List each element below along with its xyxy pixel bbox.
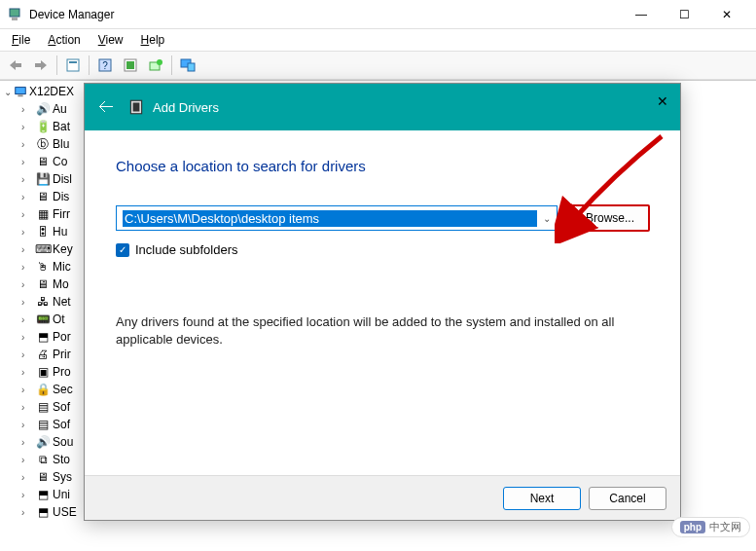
device-category-icon: ⓑ [35,136,51,152]
tree-item-label: Prir [53,348,71,361]
tree-item-label: Firr [53,207,70,221]
device-category-icon: 💾 [35,171,51,187]
device-category-icon: 🖧 [35,294,51,310]
device-category-icon: 🎛 [35,224,51,239]
device-category-icon: 🖨 [35,347,51,362]
minimize-button[interactable]: — [620,1,663,28]
expand-icon[interactable]: › [21,385,33,395]
tree-item-label: Mo [53,277,69,291]
collapse-icon[interactable]: ⌄ [4,87,12,97]
expand-icon[interactable]: › [21,507,33,518]
expand-icon[interactable]: › [21,314,33,325]
tree-item-label: Sou [53,435,73,449]
expand-icon[interactable]: › [21,420,33,430]
dialog-heading: Choose a location to search for drivers [116,158,649,174]
tree-item-label: Bat [53,120,70,133]
tree-item-label: Net [53,295,71,309]
scan-hardware-icon[interactable] [119,54,142,77]
tree-item-label: Sys [53,470,72,484]
expand-icon[interactable]: › [21,472,33,483]
menu-help[interactable]: Help [133,31,173,49]
menu-view[interactable]: View [90,31,131,49]
expand-icon[interactable]: › [21,174,33,185]
back-icon[interactable] [4,54,27,77]
menu-action[interactable]: Action [40,31,88,49]
svg-rect-0 [10,9,19,17]
expand-icon[interactable]: › [21,122,33,132]
include-subfolders-row[interactable]: ✓ Include subfolders [116,242,649,257]
tree-root-label: X12DEX [29,85,74,98]
device-category-icon: ⧉ [35,452,51,467]
window-controls: — ☐ ✕ [620,1,748,28]
location-combobox[interactable]: C:\Users\M\Desktop\desktop items ⌄ [116,205,558,231]
expand-icon[interactable]: › [21,227,33,238]
cancel-button[interactable]: Cancel [589,487,666,510]
expand-icon[interactable]: › [21,332,33,343]
computer-icon [14,85,27,98]
back-arrow-icon[interactable]: 🡠 [98,98,114,116]
expand-icon[interactable]: › [21,192,33,202]
chevron-down-icon[interactable]: ⌄ [537,213,551,224]
window-title: Device Manager [29,8,620,21]
tree-item-label: Au [53,102,67,116]
tree-item-label: Sof [53,418,70,431]
svg-text:?: ? [102,60,108,71]
tree-item-label: Sof [53,400,70,414]
expand-icon[interactable]: › [21,139,33,150]
expand-icon[interactable]: › [21,490,33,500]
checkbox-checked-icon[interactable]: ✓ [116,243,129,257]
menubar: File Action View Help [0,29,756,51]
expand-icon[interactable]: › [21,297,33,308]
device-category-icon: ▣ [35,364,51,380]
svg-rect-3 [69,61,77,63]
device-category-icon: ⬒ [35,504,51,520]
expand-icon[interactable]: › [21,104,33,115]
toolbar-separator [89,55,90,75]
device-manager-icon [8,7,23,22]
expand-icon[interactable]: › [21,349,33,360]
expand-icon[interactable]: › [21,367,33,378]
expand-icon[interactable]: › [21,209,33,220]
tree-item-label: Hu [53,225,67,239]
device-category-icon: ▤ [35,399,51,415]
expand-icon[interactable]: › [21,402,33,413]
path-row: C:\Users\M\Desktop\desktop items ⌄ Brows… [116,205,649,231]
device-category-icon: 📟 [35,312,51,327]
menu-file[interactable]: File [4,31,38,49]
close-button[interactable]: ✕ [705,1,748,28]
tree-item-label: Key [53,242,73,256]
php-badge: php [680,521,705,533]
expand-icon[interactable]: › [21,279,33,290]
svg-rect-2 [67,59,79,71]
device-category-icon: ⌨ [35,241,51,257]
expand-icon[interactable]: › [21,157,33,167]
svg-rect-7 [126,61,134,69]
device-category-icon: ⬒ [35,487,51,502]
svg-point-9 [157,59,162,65]
browse-button[interactable]: Browse... [571,205,649,231]
add-driver-icon[interactable] [144,54,167,77]
maximize-button[interactable]: ☐ [663,1,705,28]
expand-icon[interactable]: › [21,455,33,465]
device-category-icon: 🔒 [35,382,51,397]
location-path-text: C:\Users\M\Desktop\desktop items [123,210,537,227]
devices-icon[interactable] [176,54,199,77]
close-icon[interactable]: ✕ [657,93,668,109]
expand-icon[interactable]: › [21,262,33,273]
device-category-icon: 🖥 [35,276,51,292]
device-category-icon: ▦ [35,206,51,222]
device-category-icon: 🖥 [35,154,51,169]
tree-item-label: Uni [53,488,70,501]
help-icon[interactable]: ? [93,54,117,77]
checkbox-label: Include subfolders [135,242,238,257]
forward-icon[interactable] [29,54,53,77]
next-button[interactable]: Next [503,487,581,510]
expand-icon[interactable]: › [21,244,33,255]
device-category-icon: 🔊 [35,434,51,450]
svg-rect-15 [133,103,140,112]
add-drivers-dialog: 🡠 Add Drivers ✕ Choose a location to sea… [84,83,681,521]
svg-rect-12 [16,88,26,94]
expand-icon[interactable]: › [21,437,33,448]
properties-icon[interactable] [61,54,85,77]
svg-rect-1 [12,18,18,20]
